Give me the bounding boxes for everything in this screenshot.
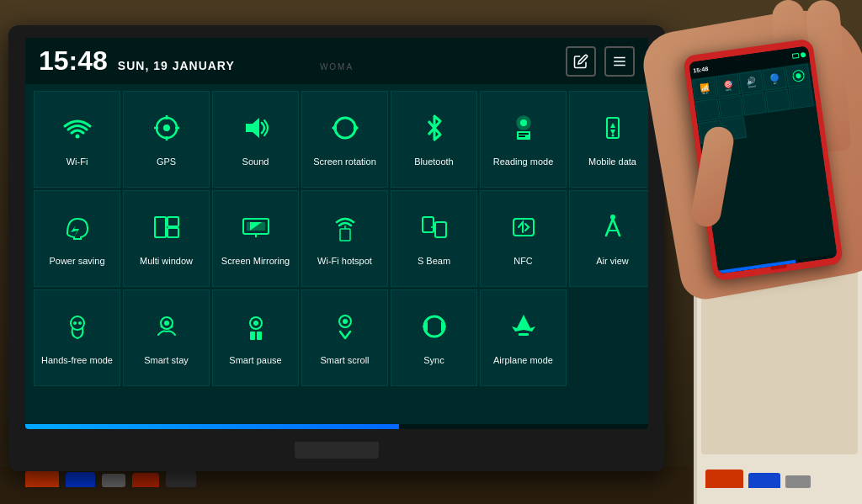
wifi-label: Wi-Fi	[63, 157, 92, 167]
screen-rotation-label: Screen rotation	[310, 157, 380, 167]
sync-label: Sync	[420, 355, 447, 366]
s-beam-icon	[418, 210, 451, 249]
grid-item-handsfree[interactable]: Hands-free mode	[34, 289, 120, 386]
svg-point-39	[78, 321, 82, 325]
smart-pause-icon	[239, 310, 273, 348]
smart-scroll-icon	[328, 310, 362, 348]
phone-grid-cell: 🔵 BT	[762, 66, 787, 91]
phone-sound-label: Sound	[748, 84, 756, 88]
wifi-hotspot-label: Wi-Fi hotspot	[314, 256, 375, 267]
bluetooth-label: Bluetooth	[411, 157, 456, 167]
gps-label: GPS	[153, 157, 179, 167]
phone-cell-inner	[791, 69, 805, 82]
s-beam-label: S Beam	[414, 256, 454, 267]
grid-item-multi-window[interactable]: Multi window	[123, 190, 210, 287]
grid-item-screen-mirroring[interactable]: Screen Mirroring	[212, 190, 299, 287]
phone-signal-icon	[801, 52, 806, 58]
phone-bt-label: BT	[774, 81, 777, 84]
phone-gps-label: GPS	[726, 88, 732, 92]
smart-scroll-label: Smart scroll	[317, 355, 372, 366]
phone-cell-dot	[795, 72, 801, 78]
grid-item-sound[interactable]: Sound	[212, 91, 299, 188]
svg-marker-10	[246, 118, 259, 138]
svg-rect-47	[257, 332, 262, 340]
floor-item	[102, 474, 125, 487]
grid-item-smart-pause[interactable]: Smart pause	[212, 289, 299, 386]
svg-point-49	[343, 319, 348, 324]
phone-grid-cell-7	[788, 85, 813, 109]
sync-icon	[418, 310, 451, 348]
svg-point-5	[163, 125, 170, 131]
phone-grid-cell-2	[785, 63, 811, 88]
svg-point-37	[71, 316, 84, 330]
phone-battery-icon	[792, 53, 800, 59]
phone-grid-cell-5	[742, 92, 767, 116]
svg-rect-32	[435, 222, 446, 237]
date-display: SUN, 19 JANUARY	[118, 59, 235, 72]
floor-car-2	[66, 472, 95, 487]
screen-mirroring-label: Screen Mirroring	[218, 256, 293, 267]
wifi-hotspot-icon	[328, 210, 362, 249]
phone-grid-cell-6	[765, 88, 790, 113]
rotation-icon	[328, 111, 362, 150]
sound-label: Sound	[239, 157, 273, 167]
grid-item-gps[interactable]: GPS	[123, 91, 210, 188]
power-saving-icon	[61, 210, 94, 249]
grid-item-smart-stay[interactable]: Smart stay	[123, 289, 210, 386]
svg-point-45	[253, 321, 258, 326]
smart-pause-label: Smart pause	[226, 355, 285, 366]
phone-grid-cell: 📶 Wi-Fi	[692, 77, 717, 101]
power-saving-label: Power saving	[45, 256, 108, 267]
hand-phone-area: 15:48 📶 Wi-Fi 🎯 GPS	[525, 0, 862, 353]
svg-point-38	[73, 321, 77, 325]
bluetooth-icon	[418, 111, 451, 150]
floor-car-1	[25, 470, 59, 487]
grid-item-sync[interactable]: Sync	[391, 289, 477, 386]
multi-window-icon	[150, 210, 184, 249]
svg-rect-17	[519, 135, 525, 137]
grid-item-wifi-hotspot[interactable]: Wi-Fi hotspot	[301, 190, 388, 287]
handsfree-label: Hands-free mode	[38, 355, 116, 366]
time-display: 15:48	[39, 45, 108, 77]
toy-car-1	[705, 470, 743, 488]
phone-grid-cell: 🔊 Sound	[738, 70, 764, 94]
shelf-items	[705, 470, 811, 488]
floor-item-2	[166, 471, 196, 487]
screen-mirroring-icon	[239, 210, 273, 249]
sound-icon	[239, 111, 273, 150]
airplane-mode-label: Airplane mode	[490, 355, 556, 366]
svg-point-42	[160, 325, 162, 327]
grid-item-screen-rotation[interactable]: Screen rotation	[301, 91, 388, 188]
handsfree-icon	[61, 310, 94, 348]
grid-item-smart-scroll[interactable]: Smart scroll	[301, 289, 388, 386]
progress-indicator	[25, 424, 399, 429]
tv-brand: WOMA	[320, 62, 354, 72]
multi-window-label: Multi window	[136, 256, 196, 267]
grid-item-bluetooth[interactable]: Bluetooth	[391, 91, 477, 188]
gps-icon	[150, 111, 184, 150]
svg-point-43	[170, 325, 173, 327]
grid-item-power-saving[interactable]: Power saving	[34, 190, 120, 287]
svg-rect-31	[423, 217, 434, 232]
svg-point-3	[75, 134, 79, 138]
toy-car-2	[748, 473, 780, 488]
svg-rect-46	[250, 332, 255, 340]
phone-grid-cell-3	[695, 98, 721, 123]
tv-stand	[295, 442, 379, 459]
grid-item-s-beam[interactable]: S Beam	[391, 190, 477, 287]
svg-rect-29	[340, 229, 350, 241]
time-section: 15:48 SUN, 19 JANUARY	[39, 45, 235, 77]
phone-time: 15:48	[693, 66, 709, 73]
svg-point-41	[164, 321, 169, 326]
toy-item	[785, 475, 811, 488]
svg-marker-12	[332, 123, 337, 133]
wifi-icon	[61, 111, 94, 150]
smart-stay-label: Smart stay	[141, 355, 192, 366]
phone-grid-cell: 🎯 GPS	[716, 73, 741, 98]
floor-car-3	[132, 473, 159, 487]
phone-grid-cell-4	[718, 95, 743, 119]
grid-item-wifi[interactable]: Wi-Fi	[34, 91, 120, 188]
phone-status-icons	[792, 52, 806, 59]
svg-rect-22	[155, 217, 166, 237]
phone-wifi-label: Wi-Fi	[702, 91, 708, 95]
